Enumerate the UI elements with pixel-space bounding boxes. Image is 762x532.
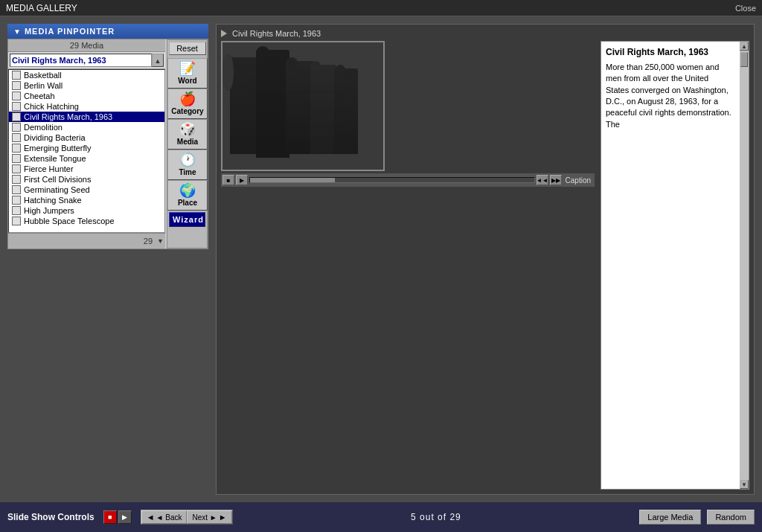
rewind-button[interactable]: ◄◄ [537, 175, 548, 185]
scroll-up-button[interactable]: ▲ [152, 54, 164, 67]
media-list[interactable]: Basketball Berlin Wall Cheetah Chick Hat… [8, 69, 165, 233]
list-item-label: High Jumpers [24, 206, 74, 215]
list-item[interactable]: Basketball [9, 70, 164, 80]
reset-button[interactable]: Reset [169, 42, 206, 55]
filter-button-media[interactable]: 🎲 Media [167, 119, 208, 150]
video-frame [221, 41, 385, 171]
word-label: Word [178, 77, 196, 85]
list-item-checkbox[interactable] [12, 185, 21, 194]
list-item-checkbox[interactable] [12, 81, 21, 90]
scroll-indicator: 29 ▼ [8, 233, 165, 249]
play-slideshow-button[interactable]: ▶ [118, 510, 132, 524]
play-button[interactable]: ▶ [236, 175, 248, 185]
list-item[interactable]: Hubble Space Telescope [9, 216, 164, 226]
title-bar-text: MEDIA GALLERY [6, 3, 77, 13]
list-item[interactable]: Hatching Snake [9, 195, 164, 205]
list-item-checkbox[interactable] [12, 144, 21, 153]
media-viewer: Civil Rights March, 1963 [216, 24, 755, 495]
list-item-label: First Cell Divisions [24, 175, 91, 184]
next-button[interactable]: Next ► ► [187, 510, 231, 524]
search-row: ▲ [8, 52, 165, 69]
close-button[interactable]: Close [735, 4, 756, 13]
list-item-label: Hubble Space Telescope [24, 217, 115, 225]
list-item[interactable]: Chick Hatching [9, 101, 164, 112]
list-item-checkbox[interactable] [12, 102, 21, 111]
category-label: Category [171, 107, 203, 115]
time-icon: 🕐 [179, 153, 196, 167]
list-item-label: Civil Rights March, 1963 [24, 112, 112, 121]
list-item-label: Emerging Butterfly [24, 144, 91, 153]
filter-button-category[interactable]: 🍎 Category [167, 89, 208, 119]
list-item[interactable]: Demolition [9, 122, 164, 132]
media-count-bar: 29 Media [8, 39, 165, 52]
search-input[interactable] [10, 54, 152, 67]
list-item-checkbox[interactable] [12, 206, 21, 215]
place-icon: 🌍 [179, 184, 196, 197]
media-panel: Civil Rights March, 1963 [216, 24, 755, 495]
arrow-icon: ▼ [13, 28, 22, 36]
list-item-label: Germinating Seed [24, 185, 90, 194]
description-scrollbar: ▲ ▼ [740, 42, 749, 489]
list-item[interactable]: Extensile Tongue [9, 153, 164, 164]
filter-button-time[interactable]: 🕐 Time [167, 150, 208, 180]
back-button[interactable]: ◄ ◄ Back [141, 510, 188, 524]
list-item-checkbox[interactable] [12, 154, 21, 163]
stop-button[interactable]: ■ [222, 175, 234, 185]
progress-bar[interactable] [249, 177, 535, 183]
random-button[interactable]: Random [707, 510, 755, 525]
video-area: ■ ▶ ◄◄ ▶▶ Caption [221, 41, 595, 490]
list-section: 29 Media ▲ Basketball Berlin Wall [8, 39, 165, 249]
list-item[interactable]: Fierce Hunter [9, 164, 164, 174]
list-item[interactable]: Cheetah [9, 91, 164, 101]
title-bar: MEDIA GALLERY Close [0, 0, 762, 16]
video-controls: ■ ▶ ◄◄ ▶▶ Caption [221, 173, 595, 187]
list-count: 29 [141, 235, 156, 247]
list-item-checkbox[interactable] [12, 112, 21, 121]
fast-forward-button[interactable]: ▶▶ [550, 175, 562, 185]
list-item[interactable]: Emerging Butterfly [9, 143, 164, 153]
list-item-label: Demolition [24, 123, 63, 132]
scroll-down-arrow-desc[interactable]: ▼ [740, 480, 749, 489]
list-item-checkbox[interactable] [12, 71, 21, 80]
list-item-label: Extensile Tongue [24, 154, 86, 163]
march-image [222, 42, 383, 170]
pinpointer-body: 29 Media ▲ Basketball Berlin Wall [7, 39, 208, 249]
list-item[interactable]: First Cell Divisions [9, 174, 164, 185]
description-title: Civil Rights March, 1963 [606, 46, 734, 59]
next-arrow-icon: ► [219, 513, 227, 522]
list-item[interactable]: Berlin Wall [9, 80, 164, 91]
list-item[interactable]: High Jumpers [9, 205, 164, 216]
list-item-label: Hatching Snake [24, 196, 82, 205]
pinpointer-title: MEDIA PINPOINTER [25, 27, 115, 36]
list-item-checkbox[interactable] [12, 164, 21, 173]
category-icon: 🍎 [179, 92, 196, 106]
filter-buttons-container: 📝 Word 🍎 Category 🎲 Media 🕐 Time 🌍 Place [167, 57, 207, 211]
media-title-bar: Civil Rights March, 1963 [221, 29, 749, 38]
place-label: Place [178, 199, 197, 207]
list-item-checkbox[interactable] [12, 175, 21, 184]
time-label: Time [179, 168, 196, 176]
list-item-checkbox[interactable] [12, 123, 21, 132]
word-icon: 📝 [179, 62, 196, 75]
status-bar: Slide Show Controls ■ ▶ ◄ ◄ Back Next ► … [0, 502, 762, 532]
left-panel: ▼ MEDIA PINPOINTER 29 Media ▲ Basketball [7, 24, 208, 495]
caption-button[interactable]: Caption [563, 176, 593, 185]
list-item-checkbox[interactable] [12, 92, 21, 100]
nav-buttons: ◄ ◄ Back Next ► ► [141, 510, 233, 525]
scroll-up-arrow[interactable]: ▲ [740, 42, 749, 51]
pinpointer-header: ▼ MEDIA PINPOINTER [7, 24, 208, 39]
stop-slideshow-button[interactable]: ■ [103, 510, 117, 524]
list-item-checkbox[interactable] [12, 133, 21, 142]
wizard-button[interactable]: Wizard [169, 212, 205, 227]
count-display: 5 out of 29 [239, 512, 634, 522]
list-item[interactable]: Germinating Seed [9, 185, 164, 195]
list-item-checkbox[interactable] [12, 196, 21, 205]
slideshow-label: Slide Show Controls [7, 512, 95, 522]
list-item[interactable]: Dividing Bacteria [9, 132, 164, 143]
large-media-button[interactable]: Large Media [639, 510, 701, 525]
list-item[interactable]: Civil Rights March, 1963 [9, 112, 164, 122]
scroll-thumb[interactable] [740, 52, 748, 67]
filter-button-word[interactable]: 📝 Word [167, 58, 208, 89]
filter-button-place[interactable]: 🌍 Place [167, 180, 208, 211]
list-item-checkbox[interactable] [12, 217, 21, 225]
